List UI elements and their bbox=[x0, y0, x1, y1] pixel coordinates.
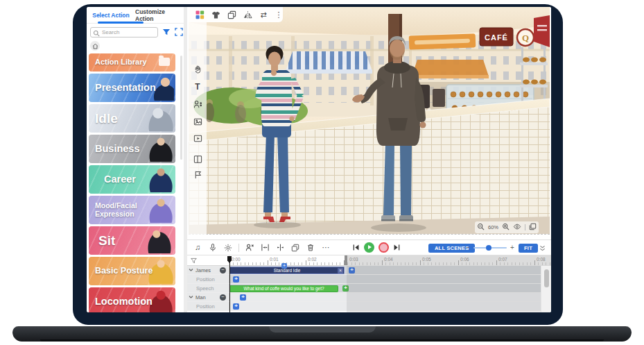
track-header-position[interactable]: Position bbox=[187, 275, 229, 283]
more-h-icon[interactable]: ⋯ bbox=[321, 243, 331, 253]
track-position-lane[interactable]: + bbox=[229, 275, 541, 283]
flag-icon[interactable] bbox=[193, 169, 202, 179]
list-item-basic-posture[interactable]: Basic Posture bbox=[89, 257, 175, 285]
track-man: + Man − bbox=[187, 293, 541, 302]
filter-icon[interactable] bbox=[162, 28, 171, 37]
timeline-scrollbar[interactable] bbox=[541, 266, 551, 312]
skip-end-icon[interactable] bbox=[393, 244, 401, 251]
remove-clip-icon[interactable]: × bbox=[338, 268, 343, 274]
zoom-out-icon[interactable] bbox=[477, 223, 485, 232]
camera-view-icon[interactable] bbox=[513, 223, 521, 232]
scene-end-marker[interactable] bbox=[345, 255, 347, 265]
list-item-idle[interactable]: Idle bbox=[89, 104, 175, 133]
timeline-panel: ♫ bbox=[187, 239, 551, 312]
actor-icon[interactable] bbox=[193, 99, 202, 109]
track-header-speech[interactable]: Speech bbox=[187, 284, 229, 292]
remove-track-icon[interactable]: − bbox=[220, 294, 226, 301]
remove-track-icon[interactable]: − bbox=[220, 267, 226, 274]
transport-controls bbox=[352, 240, 401, 255]
patisserie-banner bbox=[409, 33, 476, 49]
playhead[interactable] bbox=[229, 256, 231, 312]
skip-start-icon[interactable] bbox=[352, 244, 360, 251]
thumbnail-figure bbox=[145, 228, 174, 253]
action-clip[interactable]: Standard Idle × bbox=[229, 267, 345, 274]
list-item-sit[interactable]: Sit bbox=[89, 226, 175, 255]
track-header-man[interactable]: Man − bbox=[187, 293, 229, 301]
mic-icon[interactable] bbox=[208, 243, 218, 253]
play-button[interactable] bbox=[364, 242, 374, 253]
add-key-button[interactable]: + bbox=[233, 276, 239, 283]
viewport-toolbar: ⇄ ⋮ bbox=[189, 7, 283, 22]
search-input[interactable] bbox=[102, 29, 157, 35]
tab-customize-action[interactable]: Customize Action bbox=[135, 7, 184, 23]
panel-icon[interactable] bbox=[193, 154, 202, 164]
slider-thumb[interactable] bbox=[486, 245, 491, 251]
list-item-action-library[interactable]: Action Library bbox=[89, 53, 175, 71]
audio-icon[interactable]: ♫ bbox=[193, 243, 202, 253]
more-icon[interactable]: ⋮ bbox=[275, 10, 283, 19]
duplicate-icon[interactable] bbox=[227, 10, 236, 19]
app-window: Select Action Customize Action bbox=[87, 7, 551, 312]
cafe-sign: CAFÉ bbox=[480, 28, 513, 46]
track-speech-lane[interactable]: What kind of coffe would you like to get… bbox=[229, 284, 541, 292]
track-position-lane[interactable]: + bbox=[229, 302, 541, 310]
track-james-lane[interactable]: Standard Idle × + bbox=[229, 266, 541, 274]
align-in-icon[interactable] bbox=[260, 243, 270, 253]
slider-plus[interactable]: + bbox=[509, 244, 516, 251]
home-icon bbox=[92, 43, 98, 49]
text-tool-icon[interactable]: T bbox=[193, 82, 202, 92]
corner-banner bbox=[534, 15, 550, 47]
face bbox=[268, 52, 281, 67]
material-icon[interactable] bbox=[195, 10, 204, 19]
add-speech-button[interactable]: + bbox=[342, 285, 349, 292]
funnel-icon[interactable] bbox=[191, 258, 197, 265]
svg-text:CAFÉ: CAFÉ bbox=[485, 33, 508, 42]
list-item-presentation[interactable]: Presentation bbox=[89, 74, 175, 102]
sidebar: Select Action Customize Action bbox=[87, 7, 184, 312]
sidebar-scrollbar[interactable] bbox=[180, 56, 182, 160]
time-label: 0:00 bbox=[232, 257, 241, 262]
time-label: 0:03 bbox=[349, 257, 358, 262]
timeline-ruler[interactable]: 0:00 0:01 0:02 0:03 0:04 0:05 0:06 0:07 … bbox=[187, 255, 551, 266]
add-action-button[interactable]: + bbox=[240, 294, 246, 301]
add-key-button[interactable]: + bbox=[233, 303, 239, 310]
viewport-tool-strip: T bbox=[189, 22, 207, 235]
slider-track[interactable] bbox=[473, 247, 507, 249]
zoom-in-icon[interactable] bbox=[502, 223, 510, 232]
align-out-icon[interactable] bbox=[275, 243, 285, 253]
scrollbar-thumb[interactable] bbox=[544, 269, 549, 287]
track-header-position[interactable]: Position bbox=[187, 302, 229, 310]
slider-minus[interactable]: − bbox=[464, 244, 471, 251]
clothes-icon[interactable] bbox=[211, 10, 220, 19]
tab-select-action[interactable]: Select Action bbox=[87, 7, 135, 23]
insert-action-handle[interactable]: + bbox=[281, 263, 287, 269]
expand-icon[interactable] bbox=[175, 28, 183, 37]
home-button[interactable] bbox=[90, 41, 100, 51]
add-action-button[interactable]: + bbox=[349, 267, 355, 274]
pan-icon[interactable] bbox=[193, 64, 202, 74]
transfer-icon[interactable]: ⇄ bbox=[259, 10, 268, 19]
media-icon[interactable] bbox=[193, 133, 202, 143]
list-item-business[interactable]: Business bbox=[89, 135, 175, 163]
3d-scene[interactable]: CAFÉ Q bbox=[189, 7, 550, 235]
light-icon[interactable] bbox=[223, 243, 233, 253]
fit-button[interactable]: FIT bbox=[519, 244, 538, 253]
speech-clip[interactable]: What kind of coffe would you like to get… bbox=[229, 285, 338, 292]
track-header-james[interactable]: James − bbox=[187, 266, 229, 274]
image-icon[interactable] bbox=[193, 117, 202, 126]
record-button[interactable] bbox=[378, 242, 389, 253]
collapse-icon[interactable] bbox=[539, 244, 546, 253]
delete-icon[interactable] bbox=[306, 243, 315, 253]
time-label: 0:06 bbox=[460, 257, 469, 262]
mirror-icon[interactable] bbox=[243, 10, 252, 19]
actor-mute-icon[interactable] bbox=[245, 243, 254, 253]
time-label: 0:02 bbox=[308, 257, 317, 262]
list-item-career[interactable]: Career bbox=[89, 165, 175, 194]
3d-canvas[interactable]: CAFÉ Q bbox=[189, 7, 550, 235]
full-frame-icon[interactable] bbox=[529, 223, 537, 232]
list-item-mood-facial-expression[interactable]: Mood/Facial Expression bbox=[89, 196, 175, 224]
copy-icon[interactable] bbox=[290, 243, 300, 253]
track-man-lane[interactable]: + bbox=[229, 293, 541, 301]
search-box[interactable] bbox=[90, 27, 158, 37]
list-item-locomotion[interactable]: Locomotion bbox=[89, 287, 175, 312]
